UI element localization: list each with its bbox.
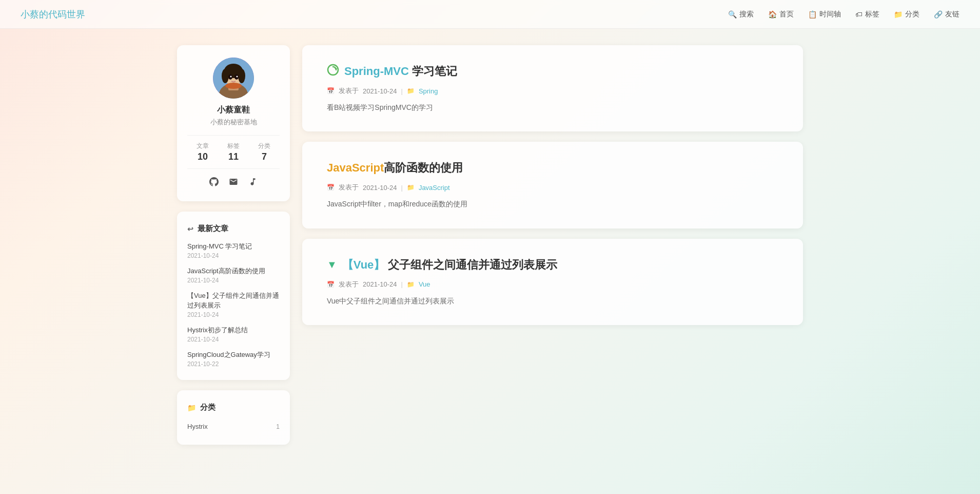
nav-tags[interactable]: 🏷 标签 (855, 10, 879, 19)
post-title-link[interactable]: 【Vue】 父子组件之间通信并通过列表展示 (342, 257, 558, 273)
folder-meta-icon: 📁 (407, 281, 415, 288)
avatar-svg (213, 58, 254, 99)
post-excerpt: 看B站视频学习SpringMVC的学习 (327, 102, 778, 113)
calendar-icon: 📅 (327, 281, 335, 288)
post-title: JavaScript高阶函数的使用 (327, 160, 778, 176)
nav-timeline[interactable]: 📋 时间轴 (808, 10, 841, 19)
list-item[interactable]: Spring-MVC 学习笔记 2021-10-24 (187, 242, 280, 259)
profile-description: 小蔡的秘密基地 (187, 118, 280, 127)
list-item[interactable]: JavaScript高阶函数的使用 2021-10-24 (187, 267, 280, 284)
profile-links (187, 177, 280, 189)
list-item[interactable]: SpringCloud之Gateway学习 2021-10-22 (187, 350, 280, 368)
profile-stats: 文章 10 标签 11 分类 7 (187, 135, 280, 169)
search-icon: 🔍 (728, 10, 737, 18)
spring-logo-icon (327, 64, 339, 76)
stat-categories: 分类 7 (258, 142, 270, 162)
folder-icon: 📁 (187, 404, 196, 412)
tags-icon: 🏷 (855, 10, 863, 18)
spring-icon (327, 64, 339, 79)
music-icon[interactable] (248, 177, 258, 189)
calendar-icon: 📅 (327, 87, 335, 94)
post-meta: 📅 发表于 2021-10-24 | 📁 Vue (327, 280, 778, 289)
recent-articles-title: ↩ 最新文章 (187, 224, 280, 234)
nav-categories[interactable]: 📁 分类 (894, 10, 919, 19)
sidebar: 小蔡童鞋 小蔡的秘密基地 文章 10 标签 11 分类 7 (177, 45, 290, 445)
categories-title: 📁 分类 (187, 403, 280, 412)
post-excerpt: JavaScript中filter，map和reduce函数的使用 (327, 198, 778, 210)
folder-meta-icon: 📁 (407, 184, 415, 191)
stat-tags: 标签 11 (227, 142, 240, 162)
github-icon[interactable] (209, 177, 219, 189)
post-title: ▼ 【Vue】 父子组件之间通信并通过列表展示 (327, 257, 778, 273)
post-meta: 📅 发表于 2021-10-24 | 📁 JavaScript (327, 183, 778, 192)
post-card: JavaScript高阶函数的使用 📅 发表于 2021-10-24 | 📁 J… (302, 142, 803, 228)
timeline-icon: 📋 (808, 10, 817, 18)
friends-icon: 🔗 (934, 10, 943, 18)
categories-card: 📁 分类 Hystrix 1 (177, 390, 290, 445)
recent-articles-card: ↩ 最新文章 Spring-MVC 学习笔记 2021-10-24 JavaSc… (177, 212, 290, 380)
post-title: Spring-MVC 学习笔记 (327, 64, 778, 79)
svg-point-11 (237, 76, 238, 78)
svg-marker-14 (335, 68, 338, 70)
folder-meta-icon: 📁 (407, 87, 415, 94)
svg-rect-7 (225, 70, 242, 76)
svg-point-12 (225, 83, 242, 89)
profile-name: 小蔡童鞋 (187, 105, 280, 116)
site-title[interactable]: 小蔡的代码世界 (21, 8, 85, 21)
list-item[interactable]: 【Vue】父子组件之间通信并通过列表展示 2021-10-24 (187, 291, 280, 318)
calendar-icon: 📅 (327, 184, 335, 191)
vue-icon: ▼ (327, 259, 337, 271)
email-icon[interactable] (229, 177, 238, 189)
post-card: Spring-MVC 学习笔记 📅 发表于 2021-10-24 | 📁 Spr… (302, 45, 803, 131)
list-item[interactable]: Hystrix 1 (187, 421, 280, 432)
post-excerpt: Vue中父子组件之间通信并通过列表展示 (327, 295, 778, 307)
list-item[interactable]: Hystrix初步了解总结 2021-10-24 (187, 326, 280, 343)
post-card: ▼ 【Vue】 父子组件之间通信并通过列表展示 📅 发表于 2021-10-24… (302, 239, 803, 325)
stat-articles: 文章 10 (197, 142, 209, 162)
svg-point-10 (230, 76, 232, 78)
nav-friends[interactable]: 🔗 友链 (934, 10, 959, 19)
post-title-link[interactable]: JavaScript高阶函数的使用 (327, 160, 463, 176)
categories-icon: 📁 (894, 10, 903, 18)
nav-home[interactable]: 🏠 首页 (768, 10, 794, 19)
recent-articles-list: Spring-MVC 学习笔记 2021-10-24 JavaScript高阶函… (187, 242, 280, 368)
profile-card: 小蔡童鞋 小蔡的秘密基地 文章 10 标签 11 分类 7 (177, 45, 290, 201)
recent-icon: ↩ (187, 225, 193, 233)
avatar (213, 58, 254, 99)
main-content: Spring-MVC 学习笔记 📅 发表于 2021-10-24 | 📁 Spr… (302, 45, 803, 445)
post-title-link[interactable]: Spring-MVC 学习笔记 (344, 64, 457, 79)
home-icon: 🏠 (768, 10, 777, 18)
post-meta: 📅 发表于 2021-10-24 | 📁 Spring (327, 86, 778, 96)
nav-search[interactable]: 🔍 搜索 (728, 10, 754, 19)
main-nav: 🔍 搜索 🏠 首页 📋 时间轴 🏷 标签 📁 分类 🔗 友链 (728, 10, 959, 19)
